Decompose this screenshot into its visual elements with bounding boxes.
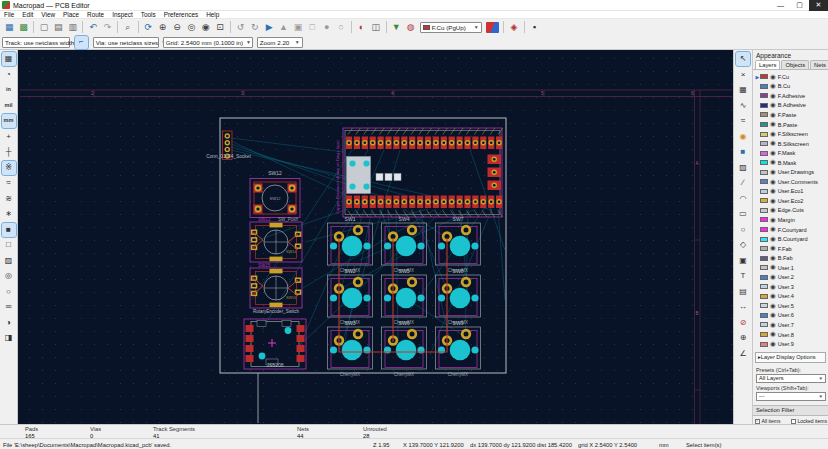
mirror-button[interactable]: ▲ (277, 21, 290, 34)
route-diff-pairs-tool[interactable]: ≈ (736, 114, 750, 128)
visibility-eye-icon[interactable]: ◉ (770, 102, 776, 109)
zone-outline-display-button[interactable]: □ (2, 238, 16, 252)
layer-row-user.eco2[interactable]: ◉User.Eco2 (755, 196, 828, 206)
footprint-keyswitch[interactable]: SW3CherryMX (328, 320, 373, 378)
grid-toggle-button[interactable]: ▦ (2, 52, 16, 66)
layer-color-swatch[interactable] (760, 189, 768, 194)
redo-button[interactable]: ↷ (101, 21, 114, 34)
footprint-connector[interactable]: Conn_01x04_Socket (206, 131, 251, 160)
visibility-eye-icon[interactable]: ◉ (770, 74, 776, 81)
checkbox[interactable]: ✓ (755, 419, 760, 424)
visibility-eye-icon[interactable]: ◉ (770, 312, 776, 319)
layer-row-user.8[interactable]: ◉User.8 (755, 330, 828, 340)
layer-color-swatch[interactable] (760, 342, 768, 347)
minimize-button[interactable]: — (771, 0, 790, 11)
layer-row-user.7[interactable]: ◉User.7 (755, 320, 828, 330)
layer-color-swatch[interactable] (760, 84, 768, 89)
footprint-editor-button[interactable]: ◈ (507, 21, 520, 34)
visibility-eye-icon[interactable]: ◉ (770, 131, 776, 138)
add-via-tool[interactable]: ◉ (736, 130, 750, 144)
high-contrast-mode-icon[interactable] (486, 22, 499, 33)
units-mm-button[interactable]: mm (2, 114, 16, 128)
layer-row-b.mask[interactable]: ◉B.Mask (755, 158, 828, 168)
update-pcb-from-schematic-button[interactable]: ▼ (390, 21, 403, 34)
visibility-eye-icon[interactable]: ◉ (770, 150, 776, 157)
vias-sketch-button[interactable]: ○ (2, 285, 16, 299)
add-polygon-tool[interactable]: ◇ (736, 238, 750, 252)
footprint-keyswitch[interactable]: SW9CherryMX (436, 320, 481, 378)
footprint-keyswitch[interactable]: SW4CherryMX (382, 216, 427, 274)
refresh-button[interactable]: ⟳ (142, 21, 155, 34)
menu-file[interactable]: File (0, 11, 18, 18)
footprint-keyswitch[interactable]: SW6CherryMX (382, 320, 427, 378)
visibility-eye-icon[interactable]: ◉ (770, 236, 776, 243)
menu-inspect[interactable]: Inspect (108, 11, 137, 18)
print-button[interactable]: ▤ (52, 21, 65, 34)
menu-tools[interactable]: Tools (137, 11, 160, 18)
presets-dropdown[interactable]: All Layers▼ (756, 374, 826, 383)
high-contrast-display-button[interactable]: ◑ (2, 316, 16, 330)
zone-fill-display-button[interactable]: ■ (2, 223, 16, 237)
curved-ratsnest-button[interactable]: ≈ (2, 176, 16, 190)
zoom-in-button[interactable]: ⊕ (156, 21, 169, 34)
viewports-dropdown[interactable]: ---▼ (756, 392, 826, 401)
layer-color-swatch[interactable] (760, 275, 768, 280)
layer-color-swatch[interactable] (760, 132, 768, 137)
flip-view-button[interactable]: ▶ (263, 21, 276, 34)
layer-color-swatch[interactable] (760, 198, 768, 203)
footprint-keyswitch[interactable]: SW5CherryMX (382, 268, 427, 326)
layer-color-swatch[interactable] (760, 179, 768, 184)
layer-color-swatch[interactable] (760, 237, 768, 242)
plot-button[interactable]: ▥ (66, 21, 79, 34)
layer-color-swatch[interactable] (760, 151, 768, 156)
visibility-eye-icon[interactable]: ◉ (770, 303, 776, 310)
layer-row-user.6[interactable]: ◉User.6 (755, 311, 828, 321)
layer-color-swatch[interactable] (760, 246, 768, 251)
find-button[interactable]: ⌕ (121, 21, 134, 34)
footprint-rotary-encoder[interactable]: SW13SW_PushSW14 (250, 217, 302, 263)
zoom-selection-button[interactable]: ⊡ (214, 21, 227, 34)
layer-color-swatch[interactable] (760, 294, 768, 299)
visibility-eye-icon[interactable]: ◉ (770, 83, 776, 90)
pads-sketch-button[interactable]: ◎ (2, 269, 16, 283)
polar-coordinates-button[interactable]: ◔ (2, 68, 16, 82)
grid-origin-tool[interactable]: ⊕ (736, 331, 750, 345)
add-arc-tool[interactable]: ◠ (736, 192, 750, 206)
tab-nets[interactable]: Nets (810, 60, 828, 69)
rotate-cw-button[interactable]: ↻ (248, 21, 261, 34)
layer-color-swatch[interactable] (760, 208, 768, 213)
layer-color-swatch[interactable] (760, 160, 768, 165)
layer-row-user.2[interactable]: ◉User.2 (755, 272, 828, 282)
zoom-fit-button[interactable]: ◎ (185, 21, 198, 34)
layer-row-f.paste[interactable]: ◉F.Paste (755, 110, 828, 120)
visibility-eye-icon[interactable]: ◉ (770, 293, 776, 300)
layer-row-user.5[interactable]: ◉User.5 (755, 301, 828, 311)
appearance-panel-toggle-button[interactable]: ◨ (2, 331, 16, 345)
layer-row-edge.cuts[interactable]: ◉Edge.Cuts (755, 206, 828, 216)
save-button[interactable]: ▦ (3, 21, 16, 34)
show-ratsnest-button[interactable]: ※ (2, 161, 16, 175)
layer-color-swatch[interactable] (760, 265, 768, 270)
menu-help[interactable]: Help (202, 11, 223, 18)
units-mils-button[interactable]: mil (2, 99, 16, 113)
layer-row-user.comments[interactable]: ◉User.Comments (755, 177, 828, 187)
units-inches-button[interactable]: in (2, 83, 16, 97)
layer-row-b.courtyard[interactable]: ◉B.Courtyard (755, 234, 828, 244)
close-button[interactable]: ✕ (809, 0, 828, 11)
tab-layers[interactable]: Layers (755, 60, 780, 69)
scripting-console-button[interactable]: ▪ (528, 21, 541, 34)
menu-route[interactable]: Route (83, 11, 108, 18)
layer-color-swatch[interactable] (760, 313, 768, 318)
layer-row-user.eco1[interactable]: ◉User.Eco1 (755, 187, 828, 197)
footprint-joystick[interactable]: JS5208 (244, 319, 306, 369)
add-line-tool[interactable]: ∕ (736, 176, 750, 190)
visibility-eye-icon[interactable]: ◉ (770, 274, 776, 281)
maximize-button[interactable]: ▢ (790, 0, 809, 11)
layer-row-user.1[interactable]: ◉User.1 (755, 263, 828, 273)
layer-row-f.mask[interactable]: ◉F.Mask (755, 148, 828, 158)
layer-color-swatch[interactable] (760, 217, 768, 222)
zone-sketch-display-button[interactable]: ▨ (2, 254, 16, 268)
layer-color-swatch[interactable] (760, 122, 768, 127)
visibility-eye-icon[interactable]: ◉ (770, 188, 776, 195)
layer-color-swatch[interactable] (760, 303, 768, 308)
